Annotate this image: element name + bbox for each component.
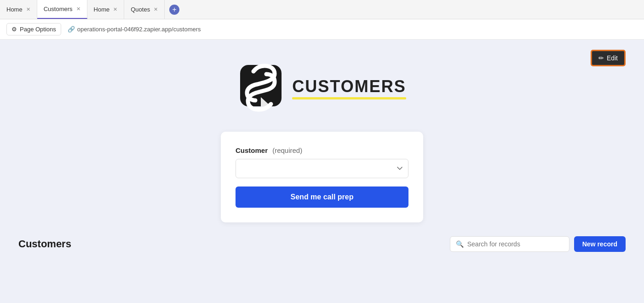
- company-logo: [238, 63, 284, 113]
- url-bar: 🔗 operations-portal-046f92.zapier.app/cu…: [68, 26, 201, 33]
- customer-select[interactable]: [236, 159, 408, 178]
- tab-label-home2: Home: [94, 6, 110, 13]
- field-name: Customer: [236, 146, 268, 154]
- tab-quotes[interactable]: Quotes ✕: [124, 0, 165, 19]
- edit-label: Edit: [607, 54, 618, 62]
- customers-heading: Customers: [18, 238, 71, 250]
- search-icon: 🔍: [456, 240, 464, 248]
- search-box: 🔍: [450, 236, 569, 252]
- edit-button-wrapper: ✏ Edit: [591, 50, 626, 66]
- tab-close-home2[interactable]: ✕: [113, 6, 117, 12]
- hero-logo-title: CUSTOMERS: [238, 63, 406, 113]
- search-input[interactable]: [467, 240, 564, 248]
- tab-bar: Home ✕ Customers ✕ Home ✕ Quotes ✕ +: [0, 0, 644, 19]
- bottom-controls: 🔍 New record: [450, 236, 626, 252]
- add-tab-icon: +: [169, 5, 179, 15]
- bottom-section: Customers 🔍 New record: [0, 236, 644, 252]
- tab-label-customers: Customers: [44, 6, 73, 12]
- new-tab-button[interactable]: +: [165, 0, 184, 19]
- form-card: Customer (required) Send me call prep: [221, 132, 423, 222]
- hero-title-block: CUSTOMERS: [292, 77, 406, 99]
- main-content: ✏ Edit CUSTOMERS Customer (required: [0, 40, 644, 303]
- link-icon: 🔗: [68, 26, 75, 33]
- tab-home2[interactable]: Home ✕: [87, 0, 125, 19]
- hero-title: CUSTOMERS: [292, 77, 406, 99]
- tab-home1[interactable]: Home ✕: [0, 0, 37, 19]
- toolbar: ⚙ Page Options 🔗 operations-portal-046f9…: [0, 19, 644, 40]
- page-options-button[interactable]: ⚙ Page Options: [6, 23, 61, 35]
- edit-button[interactable]: ✏ Edit: [591, 50, 626, 66]
- tab-close-quotes[interactable]: ✕: [154, 6, 158, 12]
- required-text: (required): [272, 146, 302, 154]
- form-field-label: Customer (required): [236, 146, 408, 154]
- gear-icon: ⚙: [12, 26, 17, 33]
- url-text: operations-portal-046f92.zapier.app/cust…: [77, 26, 201, 33]
- tab-close-home1[interactable]: ✕: [26, 6, 30, 12]
- tab-close-customers[interactable]: ✕: [76, 6, 80, 12]
- tab-label-quotes: Quotes: [131, 6, 150, 13]
- tab-label: Home: [6, 6, 23, 13]
- submit-button[interactable]: Send me call prep: [236, 186, 408, 208]
- new-record-button[interactable]: New record: [574, 236, 626, 252]
- pencil-icon: ✏: [598, 54, 604, 62]
- hero-area: CUSTOMERS: [0, 40, 644, 127]
- page-options-label: Page Options: [20, 26, 56, 33]
- tab-customers[interactable]: Customers ✕: [37, 0, 87, 19]
